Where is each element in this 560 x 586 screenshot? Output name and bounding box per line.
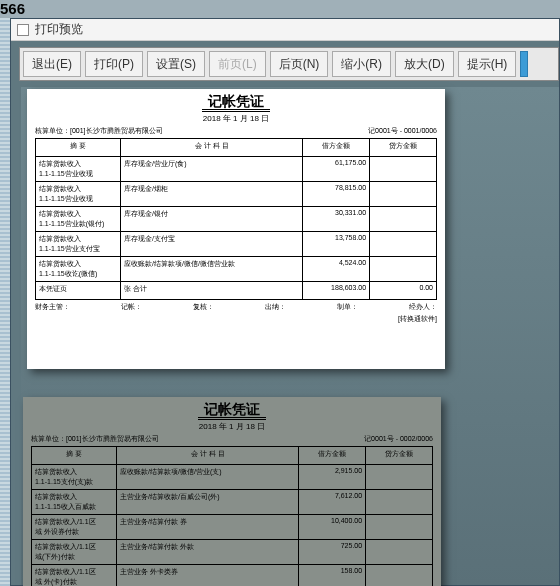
voucher-footer: 财务主管：记帐：复核： 出纳：制单：经办人： [27,300,445,314]
col-debit: 借方金额 [299,447,366,465]
next-page-button[interactable]: 后页(N) [270,51,329,77]
titlebar: 打印预览 [11,19,559,41]
voucher-page-2: 记帐凭证 2018 年 1 月 18 日 核算单位：[001]长沙市腾胜贸易有限… [23,397,441,586]
toolbar: 退出(E) 打印(P) 设置(S) 前页(L) 后页(N) 缩小(R) 放大(D… [19,47,559,81]
exit-button[interactable]: 退出(E) [23,51,81,77]
voucher-table: 摘 要 会 计 科 目 借方金额 贷方金额 结算货款收入1.1-1.15营业收现… [35,138,437,300]
setup-button[interactable]: 设置(S) [147,51,205,77]
col-account: 会 计 科 目 [121,139,303,157]
voucher-page-1: 记帐凭证 2018 年 1 月 18 日 核算单位：[001]长沙市腾胜贸易有限… [27,89,445,369]
voucher-title: 记帐凭证 [23,397,441,419]
preview-area[interactable]: 记帐凭证 2018 年 1 月 18 日 核算单位：[001]长沙市腾胜贸易有限… [21,87,559,585]
app-icon [17,24,29,36]
table-row: 结算货款收入1.1-1.15营业收现库存现金/烟柜78,815.00 [36,182,437,207]
col-credit: 贷方金额 [366,447,433,465]
voucher-meta: 核算单位：[001]长沙市腾胜贸易有限公司 记0001号 - 0002/0006 [23,432,441,446]
page-code: 记0001号 - 0001/0006 [368,126,437,136]
window-title: 打印预览 [35,21,83,38]
total-row: 本凭证页 张 合计 188,603.00 0.00 [36,282,437,300]
col-account: 会 计 科 目 [117,447,299,465]
table-row: 结算货款收入1.1-1.15营业支付宝库存现金/支付宝13,758.00 [36,232,437,257]
voucher-date: 2018 年 1 月 18 日 [23,421,441,432]
table-row: 结算货款收入1.1-1.15营业款(银付)库存现金/银付30,331.00 [36,207,437,232]
zoom-in-button[interactable]: 放大(D) [395,51,454,77]
table-row: 结算货款收入1.1-1.15支付(支)款应收账款/结算款项/微信/营业(支)2,… [32,465,433,490]
software-stamp: [转换通软件] [27,314,445,328]
table-row: 结算货款收入/1.1区域 外设券付款主营业务/结算付款 券10,400.00 [32,515,433,540]
ruler-edge [0,18,10,586]
col-summary: 摘 要 [32,447,117,465]
page-number-overlay: 566 [0,0,25,17]
unit-label: 核算单位：[001]长沙市腾胜贸易有限公司 [31,434,159,444]
hint-button[interactable]: 提示(H) [458,51,517,77]
zoom-out-button[interactable]: 缩小(R) [332,51,391,77]
print-button[interactable]: 打印(P) [85,51,143,77]
table-row: 结算货款收入/1.1区域(下外)付款主营业务/结算付款 外款725.00 [32,540,433,565]
voucher-table: 摘 要 会 计 科 目 借方金额 贷方金额 结算货款收入1.1-1.15支付(支… [31,446,433,586]
extra-button[interactable] [520,51,528,77]
table-row: 结算货款收入1.1-1.15收讫(微信)应收账款/结算款项/微信/微信营业款4,… [36,257,437,282]
table-row: 结算货款收入1.1-1.15收入百威款主营业务/结算收款/百威公司(外)7,61… [32,490,433,515]
voucher-date: 2018 年 1 月 18 日 [27,113,445,124]
col-credit: 贷方金额 [370,139,437,157]
table-row: 结算货款收入1.1-1.15营业收现库存现金/营业厅(食)61,175.00 [36,157,437,182]
unit-label: 核算单位：[001]长沙市腾胜贸易有限公司 [35,126,163,136]
col-summary: 摘 要 [36,139,121,157]
prev-page-button: 前页(L) [209,51,266,77]
app-window: 打印预览 退出(E) 打印(P) 设置(S) 前页(L) 后页(N) 缩小(R)… [10,18,560,586]
voucher-title: 记帐凭证 [27,89,445,111]
table-row: 结算货款收入/1.1区域 外(卡)付款主营业务 外卡类券158.00 [32,565,433,587]
col-debit: 借方金额 [303,139,370,157]
voucher-meta: 核算单位：[001]长沙市腾胜贸易有限公司 记0001号 - 0001/0006 [27,124,445,138]
page-code: 记0001号 - 0002/0006 [364,434,433,444]
